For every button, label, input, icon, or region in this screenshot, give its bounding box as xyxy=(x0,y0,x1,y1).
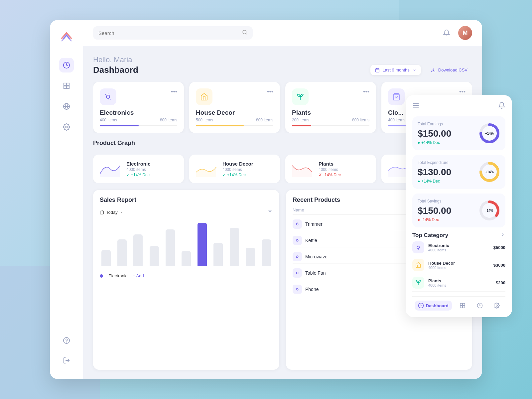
cat-name-electronic: Electronic xyxy=(428,243,449,248)
cat-icon-plants xyxy=(412,277,424,289)
cat-icon-house xyxy=(412,259,424,271)
stat-total-savings: Total Savings $150.00 ●-14% Dec -14% xyxy=(412,194,505,227)
panel-bottom-nav: Dashboard xyxy=(412,296,505,311)
electronics-meta: 400 items800 items xyxy=(100,118,177,122)
house-icon-wrap xyxy=(196,88,212,105)
panel-topbar xyxy=(412,102,505,110)
sidebar-item-globe[interactable] xyxy=(59,99,74,114)
cat-items-plants: 4000 items xyxy=(428,283,446,287)
panel-nav-history[interactable] xyxy=(473,301,486,311)
panel-nav-grid[interactable] xyxy=(456,301,469,311)
sidebar-item-dashboard[interactable] xyxy=(59,58,74,72)
today-label: Today xyxy=(106,210,118,215)
svg-point-17 xyxy=(106,95,110,98)
cat-row-electronic[interactable]: Electronic 4000 items $5000 xyxy=(412,239,505,256)
top-category-arrow[interactable] xyxy=(500,232,505,239)
plants-dots[interactable]: ••• xyxy=(363,88,369,95)
svg-rect-23 xyxy=(100,211,104,214)
download-csv-btn[interactable]: Download CSV xyxy=(426,65,472,75)
title-actions: Last 6 months Download CSV xyxy=(370,65,472,75)
house-dots[interactable]: ••• xyxy=(267,88,273,95)
savings-change: ●-14% Dec xyxy=(418,217,451,222)
svg-point-45 xyxy=(417,246,420,249)
cat-row-house[interactable]: House Decor 4000 items $3000 xyxy=(412,256,505,274)
cat-items-electronic: 4000 items xyxy=(428,248,449,252)
search-input[interactable] xyxy=(98,30,239,36)
expenditure-label: Total Expenditure xyxy=(418,160,451,165)
electronics-title: Electronics xyxy=(100,109,177,116)
electronics-dots[interactable]: ••• xyxy=(171,88,177,95)
cat-value-house: $3000 xyxy=(493,263,505,268)
graph-elec-change: ✓+14% Dec xyxy=(126,173,151,177)
svg-rect-1 xyxy=(64,83,66,85)
date-filter-btn[interactable]: Last 6 months xyxy=(370,65,421,75)
today-select[interactable]: Today xyxy=(100,210,123,215)
graph-plants-items: 4000 items xyxy=(319,167,341,172)
card-house-decor: ••• House Decor 500 items800 items xyxy=(189,82,280,133)
svg-point-10 xyxy=(243,30,246,34)
svg-rect-53 xyxy=(460,306,462,308)
panel-nav-settings[interactable] xyxy=(490,301,503,311)
download-label: Download CSV xyxy=(438,67,467,72)
panel-nav-dashboard[interactable]: Dashboard xyxy=(415,301,452,311)
svg-line-11 xyxy=(246,33,247,34)
sidebar-item-support[interactable] xyxy=(59,333,74,348)
rp-icon-phone xyxy=(293,285,302,294)
savings-label: Total Savings xyxy=(418,199,451,203)
graph-card-house: House Decor 4000 items ✓+14% Dec xyxy=(189,155,280,183)
rp-col-name: Name xyxy=(293,207,304,212)
cat-value-plants: $200 xyxy=(496,280,505,285)
graph-house-items: 4000 items xyxy=(222,167,253,172)
cat-row-plants[interactable]: Plants 4000 items $200 xyxy=(412,274,505,292)
svg-rect-4 xyxy=(67,86,69,88)
earnings-value: $150.00 xyxy=(418,128,451,139)
top-category-header: Top Category xyxy=(412,232,505,239)
panel-nav-dashboard-label: Dashboard xyxy=(426,303,449,308)
cat-items-house: 4000 items xyxy=(428,266,455,270)
svg-rect-51 xyxy=(460,303,462,305)
expenditure-change: ●+14% Dec xyxy=(418,179,451,184)
legend-add-btn[interactable]: + Add xyxy=(133,273,144,278)
legend-label: Electronic xyxy=(108,273,127,278)
svg-line-20 xyxy=(105,94,106,94)
legend-dot xyxy=(100,274,103,278)
savings-donut: -14% xyxy=(479,200,500,221)
avatar[interactable]: M xyxy=(458,26,472,40)
search-bar[interactable] xyxy=(93,26,253,40)
earnings-donut: +14% xyxy=(479,123,500,144)
cat-value-electronic: $5000 xyxy=(493,245,505,250)
svg-rect-2 xyxy=(67,83,69,85)
electronics-icon-wrap xyxy=(100,88,116,105)
sidebar-item-settings[interactable] xyxy=(59,120,74,134)
page-title-row: Hello, Maria Dashbaord Last 6 months xyxy=(93,56,472,75)
sales-report-title: Sales Report xyxy=(100,197,273,203)
rp-name-kettle: Kettle xyxy=(305,238,317,243)
expenditure-donut: +14% xyxy=(479,161,500,183)
top-category-title: Top Category xyxy=(412,232,448,239)
earnings-label: Total Earnings xyxy=(418,122,451,126)
sidebar-item-grid[interactable] xyxy=(59,78,74,93)
expenditure-value: $130.00 xyxy=(418,167,451,178)
sidebar-item-logout[interactable] xyxy=(59,353,74,368)
rp-icon-trimmer xyxy=(293,219,302,229)
greeting: Hello, Maria xyxy=(93,56,138,64)
cloth-dots[interactable]: ••• xyxy=(459,88,466,95)
svg-point-34 xyxy=(296,272,298,274)
svg-line-21 xyxy=(110,99,110,99)
savings-donut-label: -14% xyxy=(485,209,493,212)
house-title: House Decor xyxy=(196,109,273,116)
plants-title: Plants xyxy=(292,109,369,116)
hamburger-icon[interactable] xyxy=(412,102,420,110)
rp-icon-tablefan xyxy=(293,268,302,278)
cat-name-house: House Decor xyxy=(428,261,455,266)
svg-point-32 xyxy=(296,239,298,241)
filter-icon[interactable] xyxy=(267,209,273,215)
rp-name-tablefan: Table Fan xyxy=(305,270,326,276)
graph-plants-name: Plants xyxy=(319,161,341,167)
notification-icon[interactable] xyxy=(440,27,453,39)
earnings-change: ●+14% Dec xyxy=(418,140,451,145)
panel-notif-icon[interactable] xyxy=(498,102,505,110)
sidebar-logo[interactable] xyxy=(58,30,75,47)
header-right: M xyxy=(440,26,472,40)
cat-name-plants: Plants xyxy=(428,278,446,283)
